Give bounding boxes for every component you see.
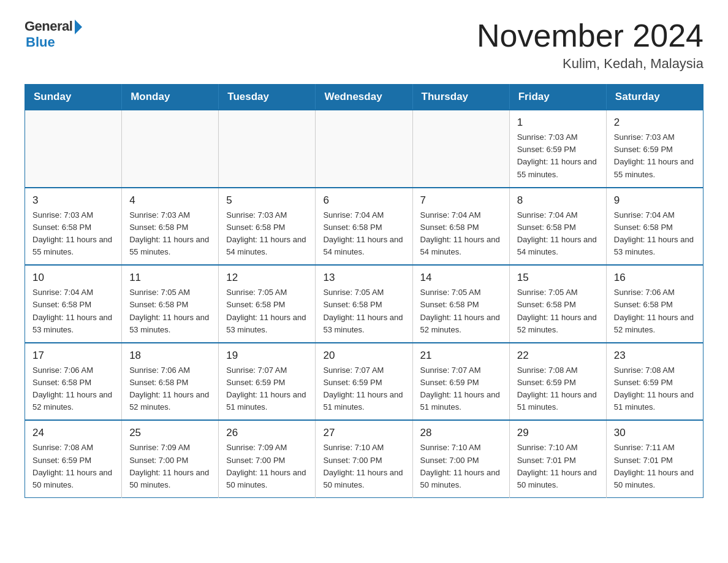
day-info: Sunrise: 7:05 AM Sunset: 6:58 PM Dayligh… xyxy=(420,286,502,336)
day-info: Sunrise: 7:07 AM Sunset: 6:59 PM Dayligh… xyxy=(226,364,308,414)
day-number: 15 xyxy=(517,272,599,284)
calendar-cell: 19Sunrise: 7:07 AM Sunset: 6:59 PM Dayli… xyxy=(219,343,316,421)
day-info: Sunrise: 7:05 AM Sunset: 6:58 PM Dayligh… xyxy=(517,286,599,336)
calendar-cell: 27Sunrise: 7:10 AM Sunset: 7:00 PM Dayli… xyxy=(316,420,412,497)
day-number: 28 xyxy=(420,427,502,439)
calendar-cell: 9Sunrise: 7:04 AM Sunset: 6:58 PM Daylig… xyxy=(606,188,703,266)
calendar-header-saturday: Saturday xyxy=(606,85,703,110)
day-info: Sunrise: 7:03 AM Sunset: 6:58 PM Dayligh… xyxy=(226,209,308,259)
calendar-cell: 16Sunrise: 7:06 AM Sunset: 6:58 PM Dayli… xyxy=(606,265,703,343)
day-number: 29 xyxy=(517,427,599,439)
day-info: Sunrise: 7:03 AM Sunset: 6:58 PM Dayligh… xyxy=(32,209,114,259)
calendar-cell: 5Sunrise: 7:03 AM Sunset: 6:58 PM Daylig… xyxy=(219,188,316,266)
day-info: Sunrise: 7:04 AM Sunset: 6:58 PM Dayligh… xyxy=(420,209,502,259)
calendar-cell xyxy=(25,110,122,188)
calendar-week-row: 1Sunrise: 7:03 AM Sunset: 6:59 PM Daylig… xyxy=(25,110,703,188)
day-info: Sunrise: 7:06 AM Sunset: 6:58 PM Dayligh… xyxy=(614,286,696,336)
day-info: Sunrise: 7:11 AM Sunset: 7:01 PM Dayligh… xyxy=(614,442,696,491)
day-info: Sunrise: 7:05 AM Sunset: 6:58 PM Dayligh… xyxy=(226,286,308,336)
day-number: 7 xyxy=(420,194,502,207)
calendar-cell: 26Sunrise: 7:09 AM Sunset: 7:00 PM Dayli… xyxy=(219,420,316,497)
day-info: Sunrise: 7:06 AM Sunset: 6:58 PM Dayligh… xyxy=(32,364,114,414)
day-info: Sunrise: 7:09 AM Sunset: 7:00 PM Dayligh… xyxy=(226,442,308,491)
day-number: 9 xyxy=(614,194,696,207)
calendar-cell: 8Sunrise: 7:04 AM Sunset: 6:58 PM Daylig… xyxy=(509,188,606,266)
calendar-cell: 17Sunrise: 7:06 AM Sunset: 6:58 PM Dayli… xyxy=(25,343,122,421)
calendar-cell: 12Sunrise: 7:05 AM Sunset: 6:58 PM Dayli… xyxy=(219,265,316,343)
day-number: 4 xyxy=(129,194,211,207)
calendar-cell: 21Sunrise: 7:07 AM Sunset: 6:59 PM Dayli… xyxy=(412,343,509,421)
day-number: 8 xyxy=(517,194,599,207)
calendar-cell: 24Sunrise: 7:08 AM Sunset: 6:59 PM Dayli… xyxy=(25,420,122,497)
calendar-cell: 30Sunrise: 7:11 AM Sunset: 7:01 PM Dayli… xyxy=(606,420,703,497)
day-info: Sunrise: 7:09 AM Sunset: 7:00 PM Dayligh… xyxy=(129,442,211,491)
calendar-header-wednesday: Wednesday xyxy=(316,85,412,110)
day-info: Sunrise: 7:05 AM Sunset: 6:58 PM Dayligh… xyxy=(323,286,404,336)
calendar-cell: 7Sunrise: 7:04 AM Sunset: 6:58 PM Daylig… xyxy=(412,188,509,266)
day-info: Sunrise: 7:08 AM Sunset: 6:59 PM Dayligh… xyxy=(517,364,599,414)
day-info: Sunrise: 7:07 AM Sunset: 6:59 PM Dayligh… xyxy=(420,364,502,414)
calendar-cell: 23Sunrise: 7:08 AM Sunset: 6:59 PM Dayli… xyxy=(606,343,703,421)
logo-general-text: General xyxy=(25,18,72,34)
day-number: 5 xyxy=(226,194,308,207)
day-info: Sunrise: 7:07 AM Sunset: 6:59 PM Dayligh… xyxy=(323,364,404,414)
day-number: 11 xyxy=(129,272,211,284)
calendar-table: SundayMondayTuesdayWednesdayThursdayFrid… xyxy=(25,84,703,498)
day-number: 13 xyxy=(323,272,404,284)
calendar-cell xyxy=(122,110,219,188)
day-info: Sunrise: 7:03 AM Sunset: 6:59 PM Dayligh… xyxy=(614,131,696,181)
day-info: Sunrise: 7:05 AM Sunset: 6:58 PM Dayligh… xyxy=(129,286,211,336)
day-number: 10 xyxy=(32,272,114,284)
day-number: 17 xyxy=(32,350,114,362)
day-info: Sunrise: 7:10 AM Sunset: 7:00 PM Dayligh… xyxy=(420,442,502,491)
day-number: 19 xyxy=(226,350,308,362)
calendar-cell: 3Sunrise: 7:03 AM Sunset: 6:58 PM Daylig… xyxy=(25,188,122,266)
calendar-week-row: 24Sunrise: 7:08 AM Sunset: 6:59 PM Dayli… xyxy=(25,420,703,497)
day-info: Sunrise: 7:08 AM Sunset: 6:59 PM Dayligh… xyxy=(614,364,696,414)
day-number: 25 xyxy=(129,427,211,439)
calendar-cell: 2Sunrise: 7:03 AM Sunset: 6:59 PM Daylig… xyxy=(606,110,703,188)
calendar-cell: 6Sunrise: 7:04 AM Sunset: 6:58 PM Daylig… xyxy=(316,188,412,266)
calendar-week-row: 17Sunrise: 7:06 AM Sunset: 6:58 PM Dayli… xyxy=(25,343,703,421)
calendar-cell: 15Sunrise: 7:05 AM Sunset: 6:58 PM Dayli… xyxy=(509,265,606,343)
calendar-cell xyxy=(412,110,509,188)
calendar-cell: 14Sunrise: 7:05 AM Sunset: 6:58 PM Dayli… xyxy=(412,265,509,343)
calendar-cell: 20Sunrise: 7:07 AM Sunset: 6:59 PM Dayli… xyxy=(316,343,412,421)
calendar-cell: 1Sunrise: 7:03 AM Sunset: 6:59 PM Daylig… xyxy=(509,110,606,188)
day-info: Sunrise: 7:04 AM Sunset: 6:58 PM Dayligh… xyxy=(517,209,599,259)
calendar-cell: 25Sunrise: 7:09 AM Sunset: 7:00 PM Dayli… xyxy=(122,420,219,497)
calendar-header-tuesday: Tuesday xyxy=(219,85,316,110)
calendar-header-monday: Monday xyxy=(122,85,219,110)
calendar-header-friday: Friday xyxy=(509,85,606,110)
day-info: Sunrise: 7:10 AM Sunset: 7:01 PM Dayligh… xyxy=(517,442,599,491)
day-number: 30 xyxy=(614,427,696,439)
day-number: 24 xyxy=(32,427,114,439)
day-info: Sunrise: 7:10 AM Sunset: 7:00 PM Dayligh… xyxy=(323,442,404,491)
page-header: General Blue November 2024 Kulim, Kedah,… xyxy=(25,18,703,72)
day-info: Sunrise: 7:04 AM Sunset: 6:58 PM Dayligh… xyxy=(614,209,696,259)
day-number: 2 xyxy=(614,117,696,129)
calendar-cell: 18Sunrise: 7:06 AM Sunset: 6:58 PM Dayli… xyxy=(122,343,219,421)
calendar-header-thursday: Thursday xyxy=(412,85,509,110)
day-number: 21 xyxy=(420,350,502,362)
calendar-header-sunday: Sunday xyxy=(25,85,122,110)
calendar-cell: 22Sunrise: 7:08 AM Sunset: 6:59 PM Dayli… xyxy=(509,343,606,421)
calendar-cell: 11Sunrise: 7:05 AM Sunset: 6:58 PM Dayli… xyxy=(122,265,219,343)
day-info: Sunrise: 7:03 AM Sunset: 6:58 PM Dayligh… xyxy=(129,209,211,259)
calendar-cell: 10Sunrise: 7:04 AM Sunset: 6:58 PM Dayli… xyxy=(25,265,122,343)
day-number: 27 xyxy=(323,427,404,439)
calendar-cell xyxy=(219,110,316,188)
day-number: 1 xyxy=(517,117,599,129)
day-number: 3 xyxy=(32,194,114,207)
calendar-cell: 13Sunrise: 7:05 AM Sunset: 6:58 PM Dayli… xyxy=(316,265,412,343)
logo-arrow-icon xyxy=(75,20,82,34)
day-number: 20 xyxy=(323,350,404,362)
calendar-cell: 29Sunrise: 7:10 AM Sunset: 7:01 PM Dayli… xyxy=(509,420,606,497)
calendar-cell: 4Sunrise: 7:03 AM Sunset: 6:58 PM Daylig… xyxy=(122,188,219,266)
page-subtitle: Kulim, Kedah, Malaysia xyxy=(477,56,703,72)
day-number: 26 xyxy=(226,427,308,439)
day-number: 23 xyxy=(614,350,696,362)
day-number: 22 xyxy=(517,350,599,362)
day-number: 12 xyxy=(226,272,308,284)
day-number: 18 xyxy=(129,350,211,362)
